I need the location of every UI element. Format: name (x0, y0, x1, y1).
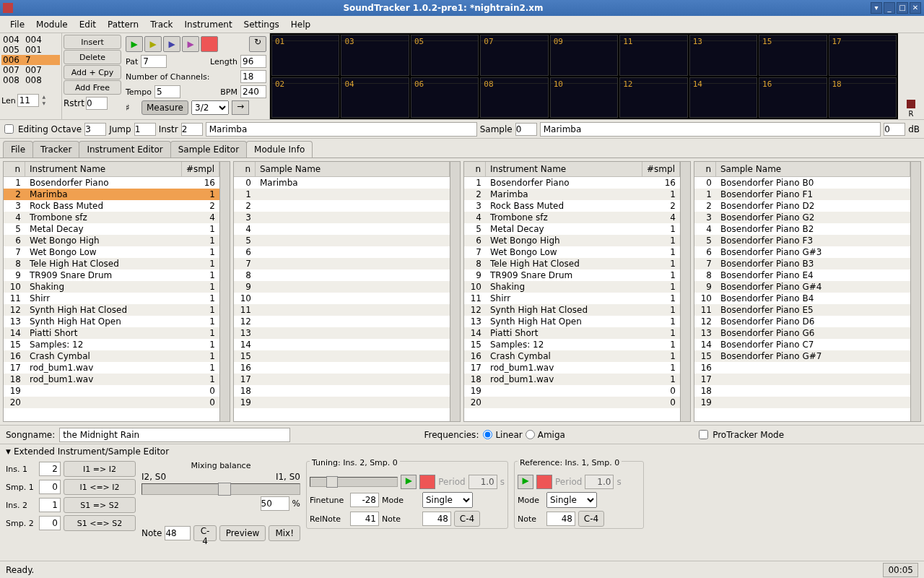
menu-settings[interactable]: Settings (238, 18, 285, 31)
table-row[interactable]: 9Bosendorfer Piano G#4 (694, 281, 910, 293)
table-row[interactable]: 11Shirr1 (4, 293, 219, 304)
mode-select[interactable]: Single (422, 492, 473, 508)
instrument-list-left[interactable]: n Instrument Name #smpl 1Bosendorfer Pia… (3, 161, 220, 422)
scrollbar[interactable] (450, 161, 461, 422)
apply-arrow-icon[interactable]: → (232, 100, 249, 115)
s1-swap-s2-button[interactable]: S1 <=> S2 (64, 515, 136, 531)
col-smpl[interactable]: #smpl (642, 162, 680, 176)
db-input[interactable] (884, 123, 905, 136)
add-free-button[interactable]: Add Free (64, 80, 121, 95)
table-row[interactable]: 16 (694, 362, 910, 374)
table-row[interactable]: 18 (694, 385, 910, 397)
table-row[interactable]: 4Bosendorfer Piano B2 (694, 223, 910, 235)
pattern-cell[interactable]: 06 (411, 77, 479, 118)
table-row[interactable]: 5Bosendorfer Piano F3 (694, 235, 910, 246)
table-row[interactable]: 7Wet Bongo Low1 (464, 246, 680, 258)
table-row[interactable]: 7 (234, 258, 450, 269)
balance-slider[interactable] (141, 483, 300, 495)
table-row[interactable]: 0Marimba (234, 177, 450, 189)
ref-play-icon[interactable]: ▶ (518, 475, 533, 489)
i1-to-i2-button[interactable]: I1 => I2 (64, 461, 136, 477)
col-n[interactable]: n (234, 162, 256, 176)
table-row[interactable]: 6Bosendorfer Piano G#3 (694, 246, 910, 258)
sample-list-left[interactable]: n Sample Name 0Marimba123456789101112131… (233, 161, 450, 422)
pattern-cell[interactable]: 12 (619, 77, 687, 118)
menu-module[interactable]: Module (30, 18, 74, 31)
tune-note-input[interactable] (422, 512, 451, 526)
pattern-cell[interactable]: 14 (689, 77, 757, 118)
col-sample-name[interactable]: Sample Name (256, 162, 450, 176)
tab-sample-editor[interactable]: Sample Editor (170, 141, 247, 158)
table-row[interactable]: 17 (234, 374, 450, 385)
ref-stop-icon[interactable] (536, 475, 552, 489)
menu-help[interactable]: Help (285, 18, 316, 31)
table-row[interactable]: 6 (234, 246, 450, 258)
sequence-list[interactable]: 0040040050010067007007008008 (1, 35, 60, 92)
pattern-cell[interactable]: 18 (829, 77, 897, 118)
table-row[interactable]: 18rod_bum1.wav1 (464, 374, 680, 385)
pattern-cell[interactable]: 10 (550, 77, 618, 118)
instr-num-input[interactable] (181, 123, 203, 136)
table-row[interactable]: 16Crash Cymbal1 (4, 350, 219, 362)
table-row[interactable]: 10Bosendorfer Piano B4 (694, 293, 910, 304)
table-row[interactable]: 8Tele High Hat Closed1 (4, 258, 219, 269)
bpm-input[interactable] (240, 85, 266, 98)
table-row[interactable]: 11Bosendorfer Piano E5 (694, 304, 910, 316)
sample-list-right[interactable]: n Sample Name 0Bosendorfer Piano B01Bose… (694, 161, 911, 422)
table-row[interactable]: 12Bosendorfer Piano D6 (694, 316, 910, 327)
sharp-icon[interactable]: ♯ (126, 103, 139, 113)
table-row[interactable]: 12Synth High Hat Closed1 (464, 304, 680, 316)
protracker-checkbox[interactable] (699, 430, 708, 439)
length-input[interactable] (240, 55, 266, 68)
menu-track[interactable]: Track (144, 18, 178, 31)
table-row[interactable]: 6Wet Bongo High1 (464, 235, 680, 246)
add-cpy-button[interactable]: Add + Cpy (64, 65, 121, 79)
col-smpl[interactable]: #smpl (182, 162, 219, 176)
delete-button[interactable]: Delete (64, 50, 121, 64)
table-row[interactable]: 14Piatti Short1 (464, 327, 680, 339)
table-row[interactable]: 13Bosendorfer Piano G6 (694, 327, 910, 339)
table-row[interactable]: 2 (234, 200, 450, 212)
col-instrument-name[interactable]: Instrument Name (25, 162, 182, 176)
table-row[interactable]: 16Crash Cymbal1 (464, 350, 680, 362)
table-row[interactable]: 18rod_bum1.wav1 (4, 374, 219, 385)
table-row[interactable]: 13Synth High Hat Open1 (464, 316, 680, 327)
table-row[interactable]: 9TR909 Snare Drum1 (464, 269, 680, 281)
table-row[interactable]: 15Samples: 121 (4, 339, 219, 350)
play-loop-icon[interactable]: ▶ (182, 36, 199, 52)
sequence-row[interactable]: 008008 (1, 75, 60, 85)
pattern-cell[interactable]: 03 (341, 35, 409, 76)
menu-edit[interactable]: Edit (74, 18, 102, 31)
table-row[interactable]: 6Wet Bongo High1 (4, 235, 219, 246)
editing-checkbox[interactable] (4, 124, 14, 134)
table-row[interactable]: 17rod_bum1.wav1 (464, 362, 680, 374)
pattern-cell[interactable]: 11 (619, 35, 687, 76)
table-row[interactable]: 2Marimba1 (464, 189, 680, 200)
smp2-input[interactable] (39, 516, 61, 530)
table-row[interactable]: 9 (234, 281, 450, 293)
amiga-radio[interactable] (526, 430, 535, 439)
relnote-input[interactable] (350, 512, 379, 526)
play-icon[interactable]: ▶ (126, 36, 143, 52)
table-row[interactable]: 15Bosendorfer Piano G#7 (694, 350, 910, 362)
table-row[interactable]: 12 (234, 316, 450, 327)
table-row[interactable]: 2Marimba1 (4, 189, 219, 200)
table-row[interactable]: 14 (234, 339, 450, 350)
tune-stop-icon[interactable] (419, 475, 435, 489)
pattern-cell[interactable]: 04 (341, 77, 409, 118)
table-row[interactable]: 10Shaking1 (4, 281, 219, 293)
extended-editor-header[interactable]: ▼ Extended Instrument/Sample Editor (0, 444, 924, 458)
ins2-input[interactable] (39, 498, 61, 512)
sample-name-input[interactable] (540, 122, 881, 137)
table-row[interactable]: 3 (234, 212, 450, 223)
tab-tracker[interactable]: Tracker (32, 141, 79, 158)
sequence-row[interactable]: 005001 (1, 45, 60, 55)
pat-input[interactable] (141, 55, 167, 68)
table-row[interactable]: 15Samples: 121 (464, 339, 680, 350)
col-sample-name[interactable]: Sample Name (716, 162, 910, 176)
mix-button[interactable]: Mix! (269, 525, 300, 541)
table-row[interactable]: 0Bosendorfer Piano B0 (694, 177, 910, 189)
linear-radio[interactable] (483, 430, 492, 439)
tempo-input[interactable] (154, 85, 180, 98)
pattern-cell[interactable]: 02 (271, 77, 339, 118)
